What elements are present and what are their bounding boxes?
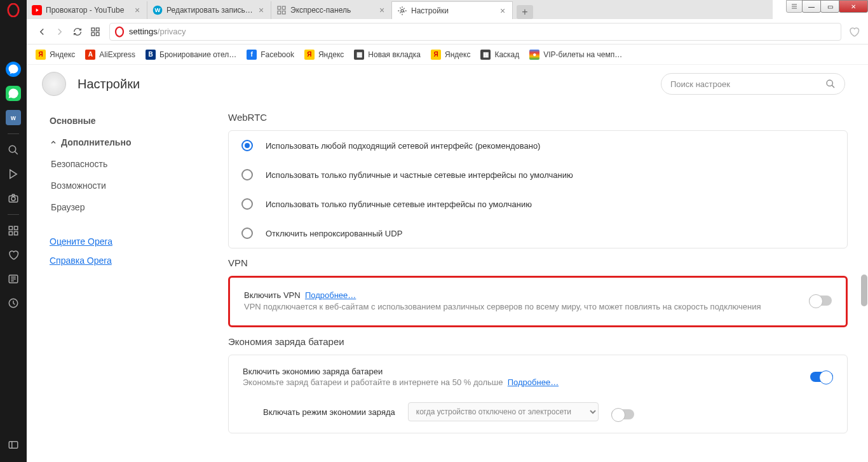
search-icon[interactable] [0,138,27,162]
search-icon [825,79,836,89]
address-input[interactable]: settings/privacy [109,23,841,41]
radio-icon[interactable] [241,228,253,239]
battery-enable-label: Включить экономию заряда батареи [243,367,797,376]
svg-point-23 [116,27,123,36]
bookmark-item[interactable]: BБронирование отел… [146,50,236,60]
tab-title: Редактировать запись ‹ Г… [166,6,254,15]
close-window-button[interactable]: ✕ [839,0,868,13]
bookmark-label: Facebook [261,50,294,59]
bookmark-item[interactable]: AAliExpress [85,50,135,60]
nav-security[interactable]: Безопасность [51,159,200,169]
vpn-toggle[interactable] [809,296,832,306]
tab-settings[interactable]: Настройки × [392,1,513,19]
new-tab-button[interactable]: + [517,5,533,19]
speed-dial-icon[interactable] [0,219,27,243]
close-icon[interactable]: × [377,6,386,15]
svg-rect-16 [278,11,281,14]
settings-content: Основные Дополнительно Безопасность Возм… [27,103,860,462]
vpn-text: Включить VPN Подробнее… VPN подключается… [244,290,796,313]
opera-logo-icon[interactable] [0,0,27,20]
settings-search[interactable] [661,73,845,95]
camera-icon[interactable] [0,186,27,210]
opera-menu-button[interactable] [786,0,803,13]
radio-icon[interactable] [241,140,253,151]
heart-icon[interactable] [0,243,27,267]
tab-title: Экспресс-панель [290,6,375,15]
close-icon[interactable]: × [133,6,142,15]
tab-speeddial[interactable]: Экспресс-панель × [271,1,392,19]
app-sidebar: w [0,0,27,462]
bookmark-item[interactable]: ЯЯндекс [431,50,470,60]
bookmarks-bar: ЯЯндекс AAliExpress BБронирование отел… … [27,44,868,65]
forward-button[interactable] [51,23,69,41]
bookmark-item[interactable]: ▦Новая вкладка [354,50,421,60]
bookmark-heart-icon[interactable] [846,24,862,39]
battery-description: Экономьте заряд батареи и работайте в ин… [243,377,503,387]
radio-icon[interactable] [241,169,253,180]
battery-mode-toggle[interactable] [611,409,634,419]
scrollbar-thumb[interactable] [861,275,867,306]
whatsapp-icon[interactable] [0,81,27,105]
window-controls: — ▭ ✕ [787,0,868,19]
bookmark-label: AliExpress [99,50,135,59]
address-bar-row: settings/privacy [27,19,868,44]
radio-icon[interactable] [241,198,253,210]
history-icon[interactable] [0,291,27,315]
nav-advanced[interactable]: Дополнительно [50,137,200,147]
tab-wordpress[interactable]: W Редактировать запись ‹ Г… × [147,1,271,19]
bookmark-label: Новая вкладка [368,50,421,59]
bookmark-item[interactable]: ЯЯндекс [36,50,75,60]
minimize-button[interactable]: — [802,0,821,13]
vpn-enable-label: Включить VPN [244,290,301,300]
svg-point-18 [401,10,403,12]
settings-search-input[interactable] [670,79,825,89]
svg-point-3 [11,197,15,201]
svg-point-1 [9,146,16,153]
vpn-more-link[interactable]: Подробнее… [305,290,356,300]
radio-label: Использовать любой подходящий сетевой ин… [266,141,540,151]
help-opera-link[interactable]: Справка Opera [50,255,200,266]
messenger-icon[interactable] [0,57,27,81]
close-icon[interactable]: × [498,6,507,15]
bookmark-item[interactable]: ▦Каскад [480,50,519,60]
close-icon[interactable]: × [257,6,266,15]
address-text: settings/privacy [129,27,186,36]
bookmark-item[interactable]: ЯЯндекс [304,50,344,60]
bookmark-label: Яндекс [50,50,75,59]
svg-rect-19 [92,28,95,31]
bookmark-item[interactable]: fFacebook [247,50,294,60]
battery-mode-select[interactable]: когда устройство отключено от электросет… [408,402,599,421]
svg-text:W: W [155,7,161,13]
sidebar-collapse-icon[interactable] [0,433,27,457]
opera-ring-icon [42,72,66,96]
webrtc-option-1[interactable]: Использовать любой подходящий сетевой ин… [229,131,847,160]
nav-browser[interactable]: Браузер [51,202,200,212]
maximize-button[interactable]: ▭ [820,0,839,13]
webrtc-option-2[interactable]: Использовать только публичные и частные … [229,160,847,189]
bookmark-item[interactable]: ●VIP-билеты на чемп… [529,50,622,60]
vpn-title: VPN [228,257,848,268]
nav-basic[interactable]: Основные [50,116,200,126]
play-icon[interactable] [0,162,27,186]
tab-youtube[interactable]: Провокатор - YouTube × [27,1,147,19]
nav-features[interactable]: Возможности [51,180,200,191]
wordpress-icon: W [153,5,163,15]
vpn-description: VPN подключается к веб-сайтам с использо… [244,301,796,313]
youtube-icon [32,5,42,15]
reload-button[interactable] [69,23,86,41]
settings-left-nav: Основные Дополнительно Безопасность Возм… [27,103,219,462]
nav-advanced-label: Дополнительно [61,137,131,147]
settings-main: WebRTC Использовать любой подходящий сет… [219,103,860,462]
battery-toggle[interactable] [810,372,833,382]
battery-more-link[interactable]: Подробнее… [508,377,559,387]
rate-opera-link[interactable]: Оцените Opera [50,236,200,247]
news-icon[interactable] [0,267,27,291]
svg-rect-6 [9,232,12,235]
vk-icon[interactable]: w [0,105,27,130]
tab-bar: Провокатор - YouTube × W Редактировать з… [27,0,773,19]
start-page-button[interactable] [86,23,104,41]
webrtc-option-4[interactable]: Отключить непроксированный UDP [229,219,847,248]
speed-dial-small-icon [276,5,287,15]
back-button[interactable] [33,23,51,41]
webrtc-option-3[interactable]: Использовать только публичные сетевые ин… [229,189,847,219]
